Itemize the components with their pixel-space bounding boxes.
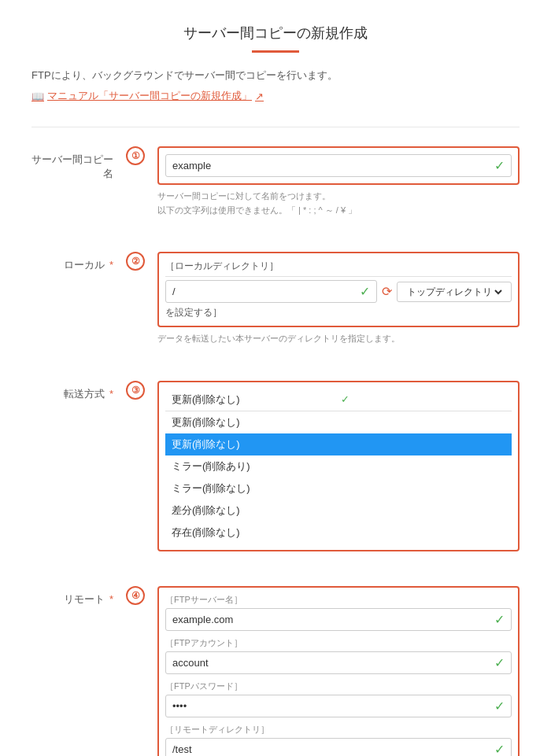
ftp-server-input-wrapper: ✓ <box>165 608 512 631</box>
transfer-option-2[interactable]: 更新(削除なし) <box>165 433 512 455</box>
book-icon: 📖 <box>31 90 44 102</box>
remote-field-group: ［FTPサーバー名］ ✓ ［FTPアカウント］ ✓ ［FTPパスワード］ <box>157 586 520 756</box>
transfer-option-3[interactable]: ミラー(削除あり) <box>165 455 512 478</box>
set-text: を設定する］ <box>165 306 512 319</box>
sync-icon[interactable]: ⟳ <box>382 284 392 299</box>
ftp-dir-label: ［リモートディレクトリ］ <box>165 724 512 736</box>
external-link-icon: ↗ <box>255 90 264 102</box>
top-dir-select-wrapper: トップディレクトリ <box>397 282 512 302</box>
ftp-account-input[interactable] <box>172 657 490 669</box>
step-badge-1: ① <box>126 146 145 165</box>
local-dir-row: ✓ ⟳ トップディレクトリ <box>165 280 512 303</box>
ftp-password-input[interactable] <box>172 700 490 712</box>
transfer-field-group: 更新(削除なし) ✓ 更新(削除なし) 更新(削除なし) ミラー(削除あり) ミ… <box>157 381 520 551</box>
copy-name-section: サーバー間コピー名 ① ✓ サーバー間コピーに対して名前をつけます。 以下の文字… <box>31 146 520 233</box>
local-required-mark: * <box>109 259 113 271</box>
remote-section: リモート * ④ ［FTPサーバー名］ ✓ ［FTPアカウント］ ✓ <box>31 586 520 756</box>
remote-content: ［FTPサーバー名］ ✓ ［FTPアカウント］ ✓ ［FTPパスワード］ <box>157 586 520 756</box>
step-badge-4: ④ <box>126 586 145 605</box>
local-section: ローカル * ② ［ローカルディレクトリ］ ✓ ⟳ トップデ <box>31 252 520 362</box>
copy-name-input[interactable] <box>172 160 490 171</box>
step-badge-3: ③ <box>126 381 145 400</box>
ftp-account-check-icon: ✓ <box>494 655 505 670</box>
transfer-label: 転送方式 * <box>31 381 126 401</box>
ftp-password-check-icon: ✓ <box>494 699 505 714</box>
transfer-option-4[interactable]: ミラー(削除なし) <box>165 478 512 500</box>
transfer-section: 転送方式 * ③ 更新(削除なし) ✓ 更新(削除なし) 更新(削除なし) ミラ… <box>31 381 520 567</box>
transfer-option-5[interactable]: 差分(削除なし) <box>165 500 512 522</box>
local-path-check-icon: ✓ <box>360 284 370 299</box>
ftp-account-label: ［FTPアカウント］ <box>165 637 512 649</box>
ftp-server-check-icon: ✓ <box>494 612 505 627</box>
ftp-password-input-wrapper: ✓ <box>165 695 512 717</box>
transfer-required-mark: * <box>109 388 113 400</box>
local-path-wrapper: ✓ <box>165 280 377 303</box>
local-path-input[interactable] <box>172 286 355 297</box>
page-title: サーバー間コピーの新規作成 <box>31 24 520 42</box>
transfer-current-value: 更新(削除なし) ✓ <box>165 389 512 411</box>
local-label: ローカル * <box>31 252 126 272</box>
description-text: FTPにより、バックグラウンドでサーバー間でコピーを行います。 <box>31 68 520 83</box>
copy-name-hint: サーバー間コピーに対して名前をつけます。 以下の文字列は使用できません。「 | … <box>157 190 520 217</box>
transfer-dropdown-list: 更新(削除なし) 更新(削除なし) ミラー(削除あり) ミラー(削除なし) 差分… <box>165 411 512 544</box>
copy-name-label: サーバー間コピー名 <box>31 146 126 181</box>
transfer-option-1[interactable]: 更新(削除なし) <box>165 411 512 433</box>
transfer-content: 更新(削除なし) ✓ 更新(削除なし) 更新(削除なし) ミラー(削除あり) ミ… <box>157 381 520 551</box>
ftp-password-label: ［FTPパスワード］ <box>165 680 512 692</box>
ftp-account-input-wrapper: ✓ <box>165 651 512 674</box>
manual-link[interactable]: 📖 マニュアル「サーバー間コピーの新規作成」 ↗ <box>31 89 264 103</box>
ftp-dir-input[interactable] <box>172 743 490 755</box>
top-dir-select[interactable]: トップディレクトリ <box>404 286 505 298</box>
ftp-server-input[interactable] <box>172 614 490 625</box>
remote-label: リモート * <box>31 586 126 607</box>
transfer-check-icon: ✓ <box>341 393 505 405</box>
ftp-dir-input-wrapper: ✓ <box>165 738 512 756</box>
ftp-dir-check-icon: ✓ <box>494 742 505 756</box>
local-content: ［ローカルディレクトリ］ ✓ ⟳ トップディレクトリ を設 <box>157 252 520 346</box>
remote-required-mark: * <box>109 593 113 605</box>
section-divider <box>31 127 520 127</box>
title-underline <box>252 50 299 53</box>
local-hint: データを転送したい本サーバーのディレクトリを指定します。 <box>157 332 520 346</box>
copy-name-content: ✓ サーバー間コピーに対して名前をつけます。 以下の文字列は使用できません。「 … <box>157 146 520 217</box>
step-badge-2: ② <box>126 252 145 271</box>
copy-name-input-wrapper: ✓ <box>165 154 512 177</box>
transfer-option-6[interactable]: 存在(削除なし) <box>165 522 512 544</box>
local-field-group: ［ローカルディレクトリ］ ✓ ⟳ トップディレクトリ を設 <box>157 252 520 327</box>
copy-name-field-group: ✓ <box>157 146 520 185</box>
copy-name-check-icon: ✓ <box>494 158 505 173</box>
ftp-server-label: ［FTPサーバー名］ <box>165 594 512 606</box>
local-dir-label: ［ローカルディレクトリ］ <box>165 260 512 277</box>
